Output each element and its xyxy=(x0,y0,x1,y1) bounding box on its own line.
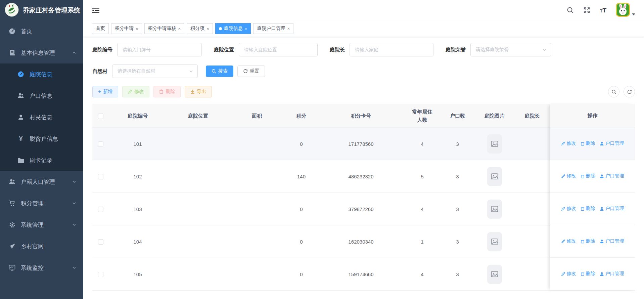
refresh-table-icon[interactable] xyxy=(624,86,635,97)
row-delete-link[interactable]: 删除 xyxy=(581,206,595,212)
filter-yard-no: 庭院编号 xyxy=(92,43,202,56)
close-icon[interactable]: × xyxy=(178,27,181,31)
user-menu[interactable] xyxy=(616,3,635,18)
yard-image-placeholder[interactable] xyxy=(487,134,502,154)
yard-image-placeholder[interactable] xyxy=(487,265,502,284)
sidebar-collapse-icon[interactable] xyxy=(92,7,99,14)
sidebar-item-poverty-info[interactable]: ¥ 脱贫户信息 xyxy=(0,128,83,150)
active-dot xyxy=(219,27,222,30)
sidebar-item-home[interactable]: 首页 xyxy=(0,20,83,42)
filter-head: 庭院长 xyxy=(330,43,433,56)
row-delete-link[interactable]: 删除 xyxy=(581,140,595,146)
chevron-down-icon xyxy=(72,179,77,184)
row-delete-link[interactable]: 删除 xyxy=(581,173,595,179)
main-panel: TT xyxy=(83,0,644,299)
col-households: 户口数 xyxy=(442,104,473,128)
search-button[interactable]: 搜索 xyxy=(206,66,233,77)
delete-button[interactable]: 删除 xyxy=(153,86,181,97)
close-icon[interactable]: × xyxy=(245,27,247,31)
location-input[interactable] xyxy=(239,43,318,56)
row-household-link[interactable]: 户口管理 xyxy=(600,173,624,179)
avatar[interactable] xyxy=(616,3,630,18)
cell-head xyxy=(515,193,549,225)
yard-image-placeholder[interactable] xyxy=(487,167,502,186)
select-all-header xyxy=(92,104,109,128)
export-button[interactable]: 导出 xyxy=(185,86,212,97)
select-all-checkbox[interactable] xyxy=(98,114,103,119)
tab-yard-household[interactable]: 庭院户口管理 × xyxy=(253,23,293,34)
row-household-link[interactable]: 户口管理 xyxy=(600,271,624,277)
sidebar-item-label: 户口信息 xyxy=(30,92,52,100)
col-yard-no: 庭院编号 xyxy=(109,104,166,128)
user-icon xyxy=(600,239,604,244)
yard-image-placeholder[interactable] xyxy=(487,232,502,251)
row-edit-link[interactable]: 修改 xyxy=(561,140,576,146)
sidebar-item-label: 首页 xyxy=(21,28,32,35)
row-household-link[interactable]: 户口管理 xyxy=(600,238,624,244)
close-icon[interactable]: × xyxy=(136,27,138,31)
document-icon xyxy=(8,49,16,56)
cell-card-no: 379872260 xyxy=(319,193,403,225)
topbar: TT xyxy=(83,0,644,20)
sidebar-item-basic-info[interactable]: 基本信息管理 xyxy=(0,42,83,63)
row-checkbox[interactable] xyxy=(98,141,103,147)
row-household-link[interactable]: 户口管理 xyxy=(600,140,624,146)
sidebar-item-villager-info[interactable]: 村民信息 xyxy=(0,106,83,128)
honor-select[interactable]: 请选择庭院荣誉 xyxy=(470,43,551,56)
send-icon xyxy=(8,243,16,249)
row-checkbox[interactable] xyxy=(98,239,103,245)
cell-households: 3 xyxy=(442,225,473,258)
row-actions: 修改 删除 户口管理 xyxy=(550,225,635,258)
row-edit-link[interactable]: 修改 xyxy=(561,206,576,212)
yard-no-input[interactable] xyxy=(117,43,202,56)
head-input[interactable] xyxy=(350,43,433,56)
cell-location xyxy=(166,193,230,225)
sidebar-item-label: 户籍人口管理 xyxy=(21,178,55,186)
reset-button[interactable]: 重置 xyxy=(237,66,265,77)
sidebar-item-household-info[interactable]: 户口信息 xyxy=(0,85,83,106)
trash-icon xyxy=(581,174,585,178)
yard-image-placeholder[interactable] xyxy=(487,200,502,219)
tab-yard-info[interactable]: 庭院信息 × xyxy=(215,23,251,34)
sidebar-item-yard-info[interactable]: 庭院信息 xyxy=(0,63,83,85)
sidebar-item-system-monitor[interactable]: 系统监控 xyxy=(0,257,83,279)
add-button[interactable]: + 新增 xyxy=(92,86,118,97)
filter-label: 自然村 xyxy=(92,68,107,75)
cell-area xyxy=(230,258,284,291)
row-edit-link[interactable]: 修改 xyxy=(561,271,576,277)
row-delete-link[interactable]: 删除 xyxy=(581,238,595,244)
row-edit-link[interactable]: 修改 xyxy=(561,238,576,244)
sidebar-item-label: 积分管理 xyxy=(21,200,44,207)
tab-home[interactable]: 首页 xyxy=(92,23,109,34)
sidebar-item-card-records[interactable]: 刷卡记录 xyxy=(0,150,83,171)
fullscreen-icon[interactable] xyxy=(583,7,590,14)
sidebar-item-census-mgmt[interactable]: 户籍人口管理 xyxy=(0,171,83,193)
chevron-down-icon xyxy=(542,48,547,52)
show-search-icon[interactable] xyxy=(608,86,619,97)
trash-icon xyxy=(581,141,585,146)
row-household-link[interactable]: 户口管理 xyxy=(600,206,624,212)
close-icon[interactable]: × xyxy=(287,27,290,31)
tab-points-apply[interactable]: 积分申请 × xyxy=(111,23,142,34)
edit-button[interactable]: 修改 xyxy=(122,86,149,97)
filter-label: 庭院位置 xyxy=(214,47,234,53)
sidebar-item-system-mgmt[interactable]: 系统管理 xyxy=(0,214,83,236)
village-select[interactable]: 请选择所在自然村 xyxy=(112,65,198,78)
col-card-no: 积分卡号 xyxy=(319,104,403,128)
row-edit-link[interactable]: 修改 xyxy=(561,173,576,179)
row-checkbox[interactable] xyxy=(98,174,103,179)
tab-points-review[interactable]: 积分申请审核 × xyxy=(144,23,185,34)
tab-points-item[interactable]: 积分项 × xyxy=(187,23,213,34)
sidebar-item-label: 刷卡记录 xyxy=(30,157,52,164)
row-delete-link[interactable]: 删除 xyxy=(581,271,595,277)
row-checkbox[interactable] xyxy=(98,272,103,277)
cell-households: 3 xyxy=(442,160,473,193)
close-icon[interactable]: × xyxy=(206,27,209,31)
row-checkbox[interactable] xyxy=(98,207,103,212)
font-size-icon[interactable]: TT xyxy=(600,7,606,13)
search-icon[interactable] xyxy=(567,7,574,14)
sidebar-item-points-mgmt[interactable]: 积分管理 xyxy=(0,193,83,214)
cell-households: 3 xyxy=(442,193,473,225)
filter-label: 庭院长 xyxy=(330,47,345,53)
sidebar-item-village-site[interactable]: 乡村官网 xyxy=(0,236,83,257)
